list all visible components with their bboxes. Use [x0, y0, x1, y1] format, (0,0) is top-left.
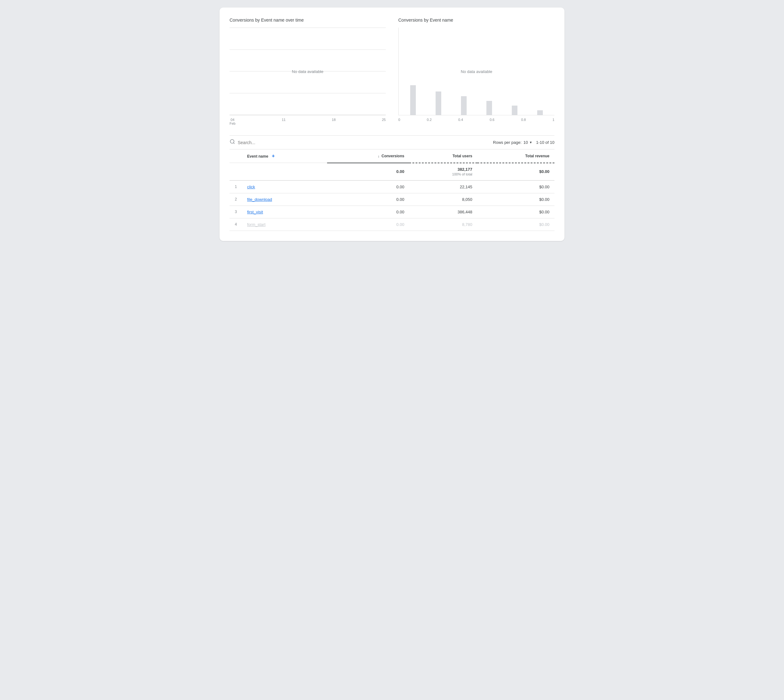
line-chart-x-axis: 04Feb 11 18 25 [229, 115, 386, 125]
h-line-5 [229, 115, 386, 115]
search-icon [229, 139, 235, 146]
total-row-users: 382,177 100% of total [409, 163, 477, 180]
line-chart-no-data: No data available [292, 69, 323, 73]
total-row-conversions: 0.00 [327, 163, 410, 180]
total-users-value: 382,177 [458, 167, 472, 172]
svg-point-0 [230, 140, 234, 143]
total-users-sub: 100% of total [452, 172, 472, 176]
row-3-users: 386,448 [409, 205, 477, 218]
bar-chart-title: Conversions by Event name [398, 18, 555, 23]
row-2-users: 8,050 [409, 193, 477, 205]
table-row: 1 click 0.00 22,145 $0.00 [229, 180, 555, 193]
bar-chart-area: No data available [398, 28, 555, 115]
col-header-event: Event name + [242, 150, 327, 163]
rows-per-page-label: Rows per page: [493, 140, 522, 145]
row-2-num: 2 [229, 193, 242, 205]
row-1-users: 22,145 [409, 180, 477, 193]
bar-item-2 [436, 28, 441, 115]
table-header-row: Event name + ↓ Conversions Total users T… [229, 150, 555, 163]
bar-x-label-02: 0.2 [427, 118, 431, 122]
total-row-num [229, 163, 242, 180]
charts-row: Conversions by Event name over time No d… [229, 18, 555, 125]
x-label-1: 04Feb [229, 118, 236, 125]
table-row: 2 file_download 0.00 8,050 $0.00 [229, 193, 555, 205]
row-1-num: 1 [229, 180, 242, 193]
main-card: Conversions by Event name over time No d… [219, 8, 565, 241]
bar-item-1 [410, 28, 416, 115]
total-row: 0.00 382,177 100% of total $0.00 [229, 163, 555, 180]
bar-rect-6 [537, 110, 543, 115]
bar-x-label-1: 1 [553, 118, 555, 122]
x-label-2: 11 [282, 118, 285, 125]
col-header-num [229, 150, 242, 163]
col-header-conversions: ↓ Conversions [327, 150, 410, 163]
row-3-revenue: $0.00 [477, 205, 555, 218]
rows-per-page-select[interactable]: 10 ▼ [523, 140, 532, 145]
bar-chart-x-axis: 0 0.2 0.4 0.6 0.8 1 [398, 115, 555, 122]
table-row-faded: 4 form_start 0.00 8,780 $0.00 [229, 218, 555, 231]
row-4-event: form_start [242, 218, 327, 231]
bar-rect-5 [512, 106, 517, 115]
row-4-conversions: 0.00 [327, 218, 410, 231]
row-4-num: 4 [229, 218, 242, 231]
row-4-users: 8,780 [409, 218, 477, 231]
rows-count: 1-10 of 10 [536, 140, 555, 145]
bar-rect-3 [461, 96, 466, 115]
bar-chart-no-data: No data available [461, 69, 492, 73]
bar-x-label-04: 0.4 [458, 118, 463, 122]
bar-item-6 [537, 28, 543, 115]
add-column-icon[interactable]: + [272, 153, 275, 158]
dropdown-arrow-icon: ▼ [529, 141, 533, 144]
col-header-total-revenue: Total revenue [477, 150, 555, 163]
bar-x-label-0: 0 [398, 118, 400, 122]
row-4-revenue: $0.00 [477, 218, 555, 231]
table-controls: Rows per page: 10 ▼ 1-10 of 10 [229, 135, 555, 150]
data-table: Event name + ↓ Conversions Total users T… [229, 150, 555, 231]
h-line-2 [229, 50, 386, 50]
row-2-event: file_download [242, 193, 327, 205]
row-1-event: click [242, 180, 327, 193]
row-1-conversions: 0.00 [327, 180, 410, 193]
h-line-1 [229, 28, 386, 28]
table-row: 3 first_visit 0.00 386,448 $0.00 [229, 205, 555, 218]
svg-line-1 [233, 143, 234, 143]
event-link-1[interactable]: click [247, 185, 255, 189]
bar-chart-container: Conversions by Event name [398, 18, 555, 125]
line-chart-title: Conversions by Event name over time [229, 18, 386, 23]
search-wrapper [229, 139, 489, 146]
row-3-conversions: 0.00 [327, 205, 410, 218]
line-chart-container: Conversions by Event name over time No d… [229, 18, 386, 125]
h-line-4 [229, 93, 386, 93]
total-row-event [242, 163, 327, 180]
bar-rect-4 [486, 101, 492, 115]
col-header-total-users: Total users [409, 150, 477, 163]
row-2-revenue: $0.00 [477, 193, 555, 205]
rows-per-page: Rows per page: 10 ▼ [493, 140, 532, 145]
x-label-4: 25 [382, 118, 386, 125]
bar-x-label-06: 0.6 [490, 118, 494, 122]
bar-item-5 [512, 28, 517, 115]
bar-rect-1 [410, 85, 416, 115]
event-link-2[interactable]: file_download [247, 197, 272, 202]
row-1-revenue: $0.00 [477, 180, 555, 193]
total-row-revenue: $0.00 [477, 163, 555, 180]
bar-rect-2 [436, 92, 441, 115]
event-link-4[interactable]: form_start [247, 222, 266, 227]
bar-x-label-08: 0.8 [521, 118, 526, 122]
row-3-event: first_visit [242, 205, 327, 218]
row-3-num: 3 [229, 205, 242, 218]
search-input[interactable] [238, 140, 489, 145]
line-chart-area: No data available [229, 28, 386, 115]
bar-chart-inner: No data available [398, 28, 555, 115]
x-label-3: 18 [332, 118, 336, 125]
row-2-conversions: 0.00 [327, 193, 410, 205]
rows-per-page-value: 10 [523, 140, 528, 145]
event-link-3[interactable]: first_visit [247, 210, 263, 214]
sort-down-icon: ↓ [378, 154, 380, 158]
